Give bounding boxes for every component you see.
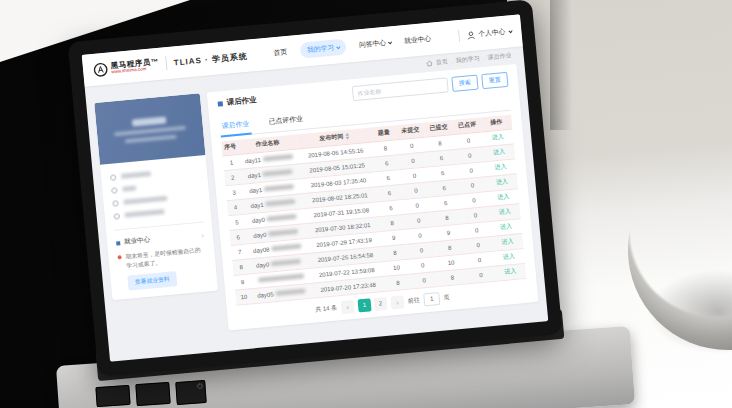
enter-link[interactable]: 进入 (493, 148, 506, 155)
assignment-name-blurred (263, 154, 293, 162)
info-value-blurred (124, 209, 164, 217)
cell-not-submitted: 0 (409, 271, 439, 289)
cell-index: 2 (224, 169, 242, 185)
page-button-1[interactable]: 1 (357, 298, 371, 312)
assignment-name-blurred (271, 244, 301, 252)
assignment-name-blurred (258, 274, 304, 283)
school-icon (110, 174, 117, 181)
class-info-blurred (125, 134, 177, 143)
keyboard-key: ⏻ (175, 380, 207, 405)
employment-center-link[interactable]: 就业中心 › (116, 230, 204, 247)
nav-item-qa-center[interactable]: 问答中心 (359, 37, 392, 50)
cell-index: 3 (225, 184, 243, 200)
employment-section: 就业中心 › 期末将至，是时候检验自己的学习成果了。 查看就业资料 (106, 225, 218, 301)
keyboard-key (95, 385, 130, 407)
info-value-blurred (122, 186, 136, 192)
breadcrumb-home[interactable]: 首页 (436, 57, 449, 67)
next-page-button[interactable]: › (390, 295, 404, 309)
assignments-table: 序号 作业名称 发布时间 题量 未提交 已提交 已点评 操作 1day11201… (221, 115, 526, 306)
student-name-blurred (132, 116, 167, 126)
product-title: TLIAS · 学员系统 (173, 50, 248, 68)
profile-sidebar: 就业中心 › 期末将至，是时候检验自己的学习成果了。 查看就业资料 (94, 93, 218, 300)
prev-page-button[interactable]: ‹ (341, 299, 355, 313)
cell-index: 9 (234, 273, 252, 289)
cell-index: 6 (230, 229, 248, 245)
goto-label: 前往 (407, 295, 420, 305)
chevron-down-icon (336, 44, 340, 48)
homework-panel: 课后作业 搜索 重置 课后作业 已点评作业 (207, 64, 539, 330)
chevron-down-icon (508, 28, 512, 32)
assignment-name-blurred (268, 229, 298, 237)
enter-link[interactable]: 进入 (494, 163, 507, 170)
assignment-name-blurred (263, 169, 293, 177)
group-icon (111, 187, 118, 194)
tab-homework[interactable]: 课后作业 (219, 115, 252, 137)
page-body: 就业中心 › 期末将至，是时候检验自己的学习成果了。 查看就业资料 (86, 61, 547, 347)
laptop-screen-bezel: 黑马程序员™ www.itheima.com TLIAS · 学员系统 首页 我… (67, 0, 562, 377)
itheima-logo-icon (92, 61, 108, 77)
person-icon (466, 30, 476, 40)
user-menu[interactable]: 个人中心 (466, 26, 512, 40)
page-unit-label: 页 (443, 293, 450, 303)
keyboard-key (135, 382, 170, 406)
user-menu-label: 个人中心 (478, 27, 506, 39)
chevron-right-icon: › (201, 231, 204, 238)
search-button[interactable]: 搜索 (451, 75, 478, 92)
enter-link[interactable]: 进入 (500, 223, 513, 230)
tab-reviewed-homework[interactable]: 已点评作业 (266, 110, 306, 132)
assignment-name-blurred (267, 214, 297, 222)
cell-index: 10 (235, 288, 253, 304)
divider (458, 30, 460, 42)
nav-item-home[interactable]: 首页 (273, 47, 287, 58)
cell-question-count: 8 (385, 274, 411, 291)
enter-link[interactable]: 进入 (492, 133, 505, 140)
title-bullet (218, 101, 223, 106)
cell-reviewed: 0 (466, 266, 496, 284)
info-value-blurred (123, 196, 167, 205)
power-key-icon: ⏻ (175, 380, 206, 392)
chevron-down-icon (388, 40, 392, 44)
sort-icon[interactable] (345, 133, 350, 140)
assignment-name-blurred (265, 199, 295, 207)
cell-index: 7 (231, 244, 249, 260)
nav-item-employment-center[interactable]: 就业中心 (404, 34, 432, 46)
brand-text: 黑马程序员™ www.itheima.com (110, 57, 159, 74)
total-count: 共 14 条 (315, 303, 338, 314)
assignment-name-blurred (264, 184, 294, 192)
profile-info-list (100, 155, 211, 228)
cell-index: 1 (223, 154, 241, 170)
background-wall-seam (550, 0, 572, 130)
cell-index: 5 (228, 214, 246, 230)
page-title: 课后作业 (217, 95, 257, 109)
assignment-name-blurred (271, 259, 301, 267)
assignment-name-blurred (275, 289, 305, 297)
enter-link[interactable]: 进入 (501, 238, 514, 245)
enter-link[interactable]: 进入 (497, 193, 510, 200)
photo-scene: ⏻ 黑马程序员™ www.itheima.com TLIAS · 学员系统 (0, 0, 732, 408)
breadcrumb-homework: 课后作业 (487, 51, 512, 62)
employment-notice: 期末将至，是时候检验自己的学习成果了。 (117, 245, 206, 270)
divider (165, 56, 167, 70)
employment-center-label: 就业中心 (124, 235, 151, 246)
enter-link[interactable]: 进入 (504, 268, 517, 275)
app-window: 黑马程序员™ www.itheima.com TLIAS · 学员系统 首页 我… (82, 14, 549, 361)
view-employment-materials-button[interactable]: 查看就业资料 (127, 272, 177, 291)
person-icon (112, 200, 119, 207)
pagination-pages: 12 (357, 296, 387, 312)
itheima-logo: 黑马程序员™ www.itheima.com (92, 56, 159, 77)
page-button-2[interactable]: 2 (373, 296, 387, 310)
goto-page-input[interactable]: 1 (423, 291, 440, 305)
cell-submitted: 8 (438, 268, 468, 286)
info-value-blurred (121, 171, 151, 178)
clock-icon (113, 213, 120, 220)
home-icon (426, 60, 434, 68)
notice-dot (117, 255, 121, 259)
breadcrumb-my-learning[interactable]: 我的学习 (455, 54, 480, 65)
nav-item-my-learning[interactable]: 我的学习 (299, 39, 346, 59)
enter-link[interactable]: 进入 (496, 178, 509, 185)
section-bullet (116, 241, 120, 245)
enter-link[interactable]: 进入 (503, 253, 516, 260)
cell-action: 进入 (494, 263, 526, 281)
reset-button[interactable]: 重置 (481, 72, 508, 89)
enter-link[interactable]: 进入 (498, 208, 511, 215)
